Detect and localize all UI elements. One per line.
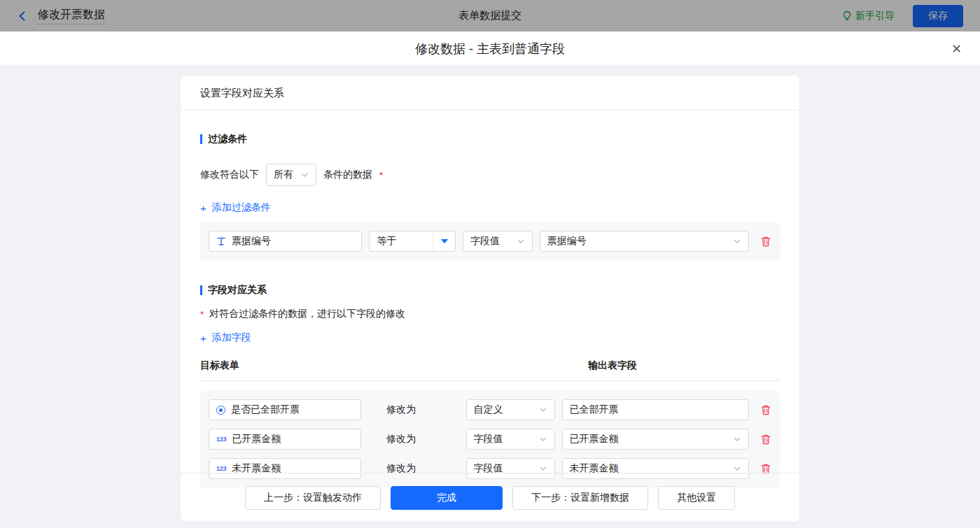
dialog-body: 设置字段对应关系 过滤条件 修改符合以下 所有 条件的数据 * + 添加过滤条件	[0, 66, 980, 528]
filter-field-label: 票据编号	[232, 235, 271, 248]
operator-caret-button[interactable]	[433, 231, 455, 251]
match-mode-select[interactable]: 所有	[266, 164, 316, 186]
dialog-title: 修改数据 - 主表到普通字段	[415, 41, 565, 57]
chevron-down-icon	[733, 464, 741, 473]
section-accent-bar	[200, 134, 202, 144]
required-mark: *	[379, 170, 383, 180]
next-step-button[interactable]: 下一步：设置新增数据	[512, 486, 648, 510]
value-mode-select[interactable]: 字段值	[466, 429, 555, 450]
target-field-box[interactable]: 是否已全部开票	[209, 399, 361, 420]
filter-value-select[interactable]: 票据编号	[540, 231, 749, 252]
modal-dim-overlay	[0, 0, 980, 31]
operator-select[interactable]: 等于	[369, 231, 456, 252]
chevron-down-icon	[300, 171, 309, 179]
mapping-row: 是否已全部开票 修改为 自定义	[209, 399, 771, 420]
mapping-row: 123 已开票金额 修改为 字段值 已开票金额	[209, 429, 771, 450]
mapping-table-header: 目标表单 输出表字段	[200, 359, 780, 372]
add-field-link[interactable]: + 添加字段	[200, 331, 251, 344]
value-mode-select[interactable]: 自定义	[466, 399, 555, 420]
chevron-down-icon	[539, 435, 547, 443]
radio-field-icon	[216, 406, 225, 415]
plus-icon: +	[200, 333, 206, 343]
plus-icon: +	[200, 203, 206, 213]
match-prefix-label: 修改符合以下	[200, 169, 259, 181]
mapping-description: * 对符合过滤条件的数据，进行以下字段的修改	[200, 308, 780, 320]
delete-mapping-button[interactable]	[760, 434, 771, 445]
chevron-down-icon	[539, 464, 547, 473]
card-title: 设置字段对应关系	[181, 76, 799, 110]
topbar: 修改开票数据 表单数据提交 新手引导 保存	[0, 0, 980, 31]
delete-mapping-button[interactable]	[760, 404, 771, 416]
filter-section-title: 过滤条件	[200, 133, 780, 145]
match-condition-row: 修改符合以下 所有 条件的数据 *	[200, 164, 780, 186]
add-filter-condition-link[interactable]: + 添加过滤条件	[200, 201, 271, 214]
target-field-label: 已开票金额	[232, 433, 281, 445]
custom-value-input[interactable]	[562, 399, 750, 420]
trash-icon	[760, 404, 771, 416]
caret-down-icon	[441, 239, 448, 243]
prev-step-button[interactable]: 上一步：设置触发动作	[245, 486, 381, 510]
text-field-icon	[216, 236, 226, 246]
column-target-form: 目标表单	[200, 359, 588, 372]
settings-card: 设置字段对应关系 过滤条件 修改符合以下 所有 条件的数据 * + 添加过滤条件	[181, 76, 799, 522]
chevron-down-icon	[733, 237, 741, 245]
trash-icon	[760, 236, 771, 248]
dialog-footer: 上一步：设置触发动作 完成 下一步：设置新增数据 其他设置	[181, 473, 799, 522]
section-accent-bar	[200, 285, 202, 295]
modify-to-label: 修改为	[386, 404, 417, 416]
modify-to-label: 修改为	[386, 433, 417, 445]
close-icon[interactable]: ✕	[951, 43, 962, 55]
filter-field-box[interactable]: 票据编号	[209, 231, 362, 252]
value-type-select[interactable]: 字段值	[463, 231, 533, 252]
done-button[interactable]: 完成	[391, 486, 503, 510]
target-field-label: 是否已全部开票	[231, 404, 300, 416]
delete-filter-button[interactable]	[760, 236, 771, 248]
number-field-icon: 123	[216, 436, 226, 443]
other-settings-button[interactable]: 其他设置	[658, 486, 735, 510]
column-output-field: 输出表字段	[588, 359, 637, 372]
filter-condition-row: 票据编号 等于 字段值 票据编号	[200, 222, 780, 260]
table-header-divider	[200, 380, 780, 381]
required-mark: *	[200, 309, 204, 320]
match-suffix-label: 条件的数据	[323, 169, 372, 181]
mapping-section-title: 字段对应关系	[200, 284, 780, 297]
dialog-header: 修改数据 - 主表到普通字段 ✕	[0, 31, 980, 66]
number-field-icon: 123	[216, 465, 226, 472]
output-field-select[interactable]: 已开票金额	[562, 429, 750, 450]
chevron-down-icon	[517, 237, 525, 245]
chevron-down-icon	[539, 406, 547, 414]
target-field-box[interactable]: 123 已开票金额	[209, 429, 361, 450]
trash-icon	[760, 434, 771, 445]
chevron-down-icon	[733, 435, 741, 443]
